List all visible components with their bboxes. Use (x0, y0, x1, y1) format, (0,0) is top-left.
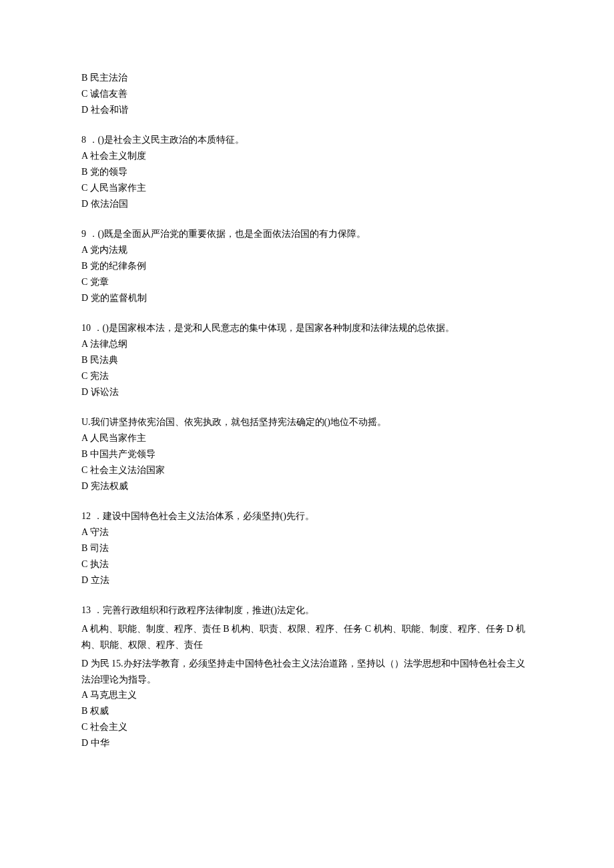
option-text: C 社会主义 (81, 719, 534, 735)
option-text: B 中国共产党领导 (81, 446, 534, 462)
option-text: C 诚信友善 (81, 86, 534, 102)
option-text: C 人民当家作主 (81, 180, 534, 196)
option-text: C 党章 (81, 274, 534, 290)
option-text: A 人民当家作主 (81, 430, 534, 446)
option-text: C 宪法 (81, 368, 534, 384)
question-8: 8 ．()是社会主义民主政治的本质特征。 A 社会主义制度 B 党的领导 C 人… (81, 132, 534, 211)
option-text: B 司法 (81, 540, 534, 556)
option-text: D 中华 (81, 735, 534, 751)
option-text: A 守法 (81, 524, 534, 540)
question-stem: 12 ．建设中国特色社会主义法治体系，必须坚持()先行。 (81, 508, 534, 524)
option-text: A 法律总纲 (81, 336, 534, 352)
option-line: D 为民 15.办好法学教育，必须坚持走中国特色社会主义法治道路，坚持以（）法学… (81, 656, 534, 688)
option-text: A 马克思主义 (81, 687, 534, 703)
option-text: B 党的纪律条例 (81, 258, 534, 274)
option-text: D 依法治国 (81, 196, 534, 212)
option-text: A 社会主义制度 (81, 148, 534, 164)
question-stem: 8 ．()是社会主义民主政治的本质特征。 (81, 132, 534, 148)
question-13: 13 ．完善行政组织和行政程序法律制度，推进()法定化。 A 机构、职能、制度、… (81, 602, 534, 751)
option-text: D 党的监督机制 (81, 290, 534, 306)
option-text: C 执法 (81, 556, 534, 572)
option-text: D 诉讼法 (81, 384, 534, 400)
option-text: C 社会主义法治国家 (81, 462, 534, 478)
question-11: U.我们讲坚持依宪治国、依宪执政，就包括坚持宪法确定的()地位不动摇。 A 人民… (81, 414, 534, 494)
question-stem: 9 ．()既是全面从严治党的重要依据，也是全面依法治国的有力保障。 (81, 226, 534, 242)
question-stem: 13 ．完善行政组织和行政程序法律制度，推进()法定化。 (81, 602, 534, 618)
question-9: 9 ．()既是全面从严治党的重要依据，也是全面依法治国的有力保障。 A 党内法规… (81, 226, 534, 306)
question-7-tail: B 民主法治 C 诚信友善 D 社会和谐 (81, 70, 534, 117)
option-text: D 立法 (81, 572, 534, 588)
question-12: 12 ．建设中国特色社会主义法治体系，必须坚持()先行。 A 守法 B 司法 C… (81, 508, 534, 588)
option-text: D 社会和谐 (81, 102, 534, 118)
question-10: 10 ．()是国家根本法，是党和人民意志的集中体现，是国家各种制度和法律法规的总… (81, 320, 534, 400)
option-line: A 机构、职能、制度、程序、责任 B 机构、职责、权限、程序、任务 C 机构、职… (81, 621, 534, 653)
option-text: B 民法典 (81, 352, 534, 368)
option-text: D 宪法权威 (81, 478, 534, 494)
option-text: B 民主法治 (81, 70, 534, 86)
option-text: B 权威 (81, 703, 534, 719)
document-page: B 民主法治 C 诚信友善 D 社会和谐 8 ．()是社会主义民主政治的本质特征… (0, 0, 614, 868)
option-text: B 党的领导 (81, 164, 534, 180)
question-stem: 10 ．()是国家根本法，是党和人民意志的集中体现，是国家各种制度和法律法规的总… (81, 320, 534, 336)
option-text: A 党内法规 (81, 242, 534, 258)
question-stem: U.我们讲坚持依宪治国、依宪执政，就包括坚持宪法确定的()地位不动摇。 (81, 414, 534, 430)
